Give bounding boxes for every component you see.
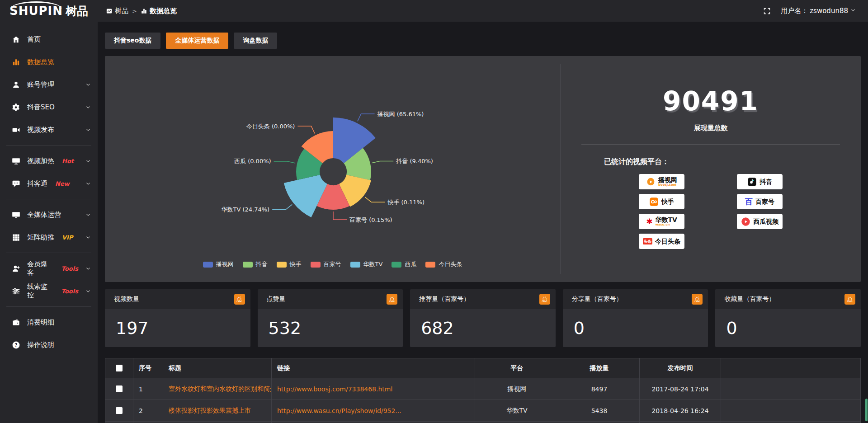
sidebar-item-全媒体运营[interactable]: 全媒体运营 [0, 203, 98, 226]
legend-item-今日头条[interactable]: 今日头条 [425, 260, 462, 268]
legend-item-百家号[interactable]: 百家号 [311, 260, 341, 268]
total-badge[interactable]: 总 [387, 294, 397, 305]
stat-card-推荐量（百家号）: 推荐量（百家号）总682 [410, 289, 556, 347]
stat-card-视频数量: 视频数量总197 [105, 289, 250, 347]
legend-label: 西瓜 [405, 260, 416, 268]
sliders-icon [12, 287, 20, 296]
sidebar-item-label: 抖音SEO [27, 103, 55, 112]
cell-time: 2018-04-26 16:24 [640, 400, 721, 422]
user-menu[interactable]: 用户名： zswodun88 [781, 7, 856, 15]
pie-label: 华数TV (24.74%) [222, 206, 270, 213]
tab-抖音seo数据[interactable]: 抖音seo数据 [105, 33, 160, 49]
sidebar-item-数据总览[interactable]: 数据总览 [0, 51, 98, 73]
legend-swatch [277, 262, 287, 268]
sidebar-item-badge: VIP [62, 234, 73, 241]
column-header-empty [721, 358, 861, 378]
platform-badge-快手: 快手 [639, 194, 684, 209]
panel-icon [106, 8, 113, 14]
pie-slice-华数TV[interactable] [284, 175, 327, 217]
chevron-down-icon [85, 288, 91, 294]
legend-item-快手[interactable]: 快手 [277, 260, 302, 268]
scrollbar-thumb[interactable] [865, 399, 868, 421]
total-badge[interactable]: 总 [692, 294, 703, 305]
summary-divider [581, 144, 840, 145]
baijiahao-logo-icon: 百 [745, 198, 753, 206]
row-checkbox[interactable] [116, 407, 123, 414]
pie-label: 百家号 (0.15%) [349, 216, 392, 223]
monitor-icon [12, 211, 20, 219]
column-header-标题: 标题 [163, 358, 272, 378]
cell-title-link[interactable]: 楼体投影灯投影效果震撼上市 [163, 400, 272, 422]
sidebar-item-抖音SEO[interactable]: 抖音SEO [0, 96, 98, 118]
chevron-down-icon [85, 180, 91, 187]
breadcrumb: 树品 > 数据总览 [106, 7, 177, 15]
sidebar-item-账号管理[interactable]: 账号管理 [0, 73, 98, 96]
sidebar-item-label: 线索监控 [27, 282, 54, 300]
svg-text:?: ? [15, 342, 18, 348]
sidebar-item-操作说明[interactable]: ?操作说明 [0, 334, 98, 356]
sidebar-item-label: 全媒体运营 [27, 211, 61, 219]
app-logo[interactable]: SHUPIN 树品 [0, 0, 98, 22]
total-badge[interactable]: 总 [539, 294, 550, 305]
select-all-checkbox[interactable] [116, 365, 123, 371]
fullscreen-icon[interactable] [763, 7, 771, 15]
cell-time: 2017-08-24 17:04 [640, 378, 721, 400]
tab-全媒体运营数据[interactable]: 全媒体运营数据 [166, 33, 228, 49]
cell-platform: 华数TV [475, 400, 559, 422]
sidebar-item-线索监控[interactable]: 线索监控Tools [0, 280, 98, 302]
stat-card-分享量（百家号）: 分享量（百家号）总0 [563, 289, 708, 347]
username-label: 用户名： [781, 7, 808, 15]
stat-card-value: 532 [258, 309, 403, 347]
cell-index: 2 [133, 400, 163, 422]
stat-card-label: 收藏量（百家号） [724, 295, 775, 303]
sidebar-item-会员爆客[interactable]: 会员爆客Tools [0, 257, 98, 280]
cell-url-link[interactable]: http://www.wasu.cn/Play/show/id/952... [272, 400, 475, 422]
sidebar-item-消费明细[interactable]: 消费明细 [0, 311, 98, 334]
legend-item-西瓜[interactable]: 西瓜 [392, 260, 416, 268]
legend-item-华数TV[interactable]: 华数TV [350, 260, 383, 268]
total-badge[interactable]: 总 [844, 294, 855, 305]
tab-询盘数据[interactable]: 询盘数据 [234, 33, 277, 49]
chevron-down-icon [85, 265, 91, 272]
column-header-序号: 序号 [133, 358, 163, 378]
bar-chart-icon [141, 8, 147, 14]
stat-card-value: 197 [105, 309, 250, 347]
main-content: 抖音seo数据全媒体运营数据询盘数据 播视网 (65.61%)抖音 (9.40%… [98, 22, 868, 423]
stat-card-label: 点赞量 [267, 295, 286, 303]
platform-badge-抖音: 抖音 [737, 174, 783, 189]
sidebar-item-视频发布[interactable]: 视频发布 [0, 118, 98, 141]
top-bar: SHUPIN 树品 树品 > 数据总览 用户名： zswodun88 [0, 0, 868, 22]
wallet-icon [12, 318, 20, 327]
sidebar-item-矩阵助推[interactable]: 矩阵助推VIP [0, 226, 98, 249]
logo-text-en: SHUPIN [9, 5, 63, 17]
legend-label: 今日头条 [439, 260, 462, 268]
legend-item-抖音[interactable]: 抖音 [243, 260, 268, 268]
help-icon: ? [12, 341, 20, 349]
video-table-wrap: 序号标题链接平台播放量发布时间1室外水纹灯和室内水纹灯的区别和简介http://… [105, 358, 861, 423]
total-impressions-label: 展现量总数 [561, 124, 861, 132]
column-header-链接: 链接 [272, 358, 475, 378]
stat-card-收藏量（百家号）: 收藏量（百家号）总0 [715, 289, 861, 347]
sidebar-item-首页[interactable]: 首页 [0, 28, 98, 51]
member-icon [12, 264, 20, 273]
legend-item-播视网[interactable]: 播视网 [203, 260, 234, 268]
total-badge[interactable]: 总 [234, 294, 245, 305]
cell-url-link[interactable]: http://www.boosj.com/7338468.html [272, 378, 475, 400]
stat-card-header: 推荐量（百家号）总 [410, 289, 556, 309]
logo-text-cn: 树品 [66, 4, 88, 19]
breadcrumb-current[interactable]: 数据总览 [141, 7, 177, 15]
breadcrumb-separator: > [132, 8, 137, 14]
sidebar-item-抖客通[interactable]: 抖客通New [0, 172, 98, 195]
sidebar-item-label: 矩阵助推 [27, 233, 54, 242]
legend-swatch [311, 262, 321, 268]
table-row-partial [105, 422, 861, 423]
breadcrumb-home[interactable]: 树品 [106, 7, 128, 15]
cell-title-link[interactable]: 室外水纹灯和室内水纹灯的区别和简介 [163, 378, 272, 400]
chart-icon [12, 58, 20, 66]
sidebar-item-视频加热[interactable]: 视频加热Hot [0, 150, 98, 172]
stat-card-value: 0 [715, 309, 861, 347]
wasu-logo-icon: ✱ [646, 218, 652, 226]
sidebar-item-label: 首页 [27, 35, 41, 44]
row-checkbox[interactable] [116, 385, 123, 392]
legend-swatch [243, 262, 253, 268]
